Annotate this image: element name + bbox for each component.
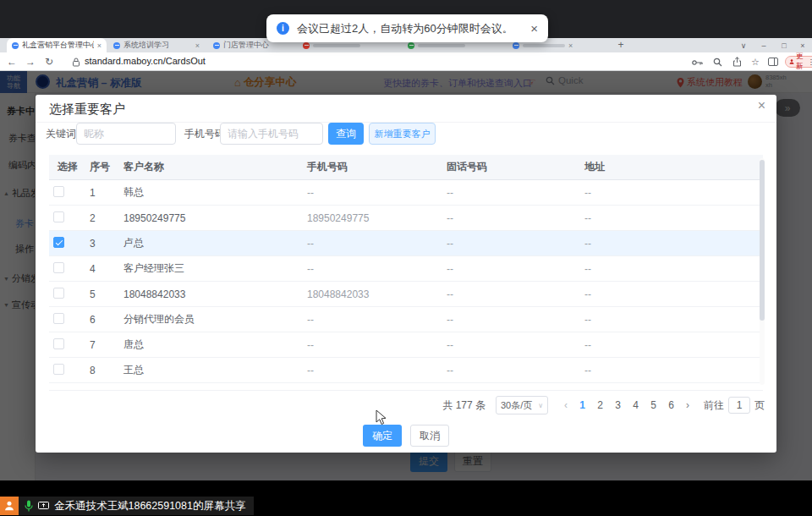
lock-icon xyxy=(73,58,80,67)
back-icon[interactable]: ← xyxy=(7,55,17,69)
cell-no: 5 xyxy=(81,288,115,300)
window-maximize-icon[interactable]: □ xyxy=(775,38,793,52)
url-text[interactable]: standard.maboy.cn/CardsOut xyxy=(85,56,206,66)
cell-no: 8 xyxy=(81,365,115,376)
cell-name: 18048842033 xyxy=(115,288,299,300)
cell-select[interactable] xyxy=(49,288,81,301)
share-text: 金禾通技术王斌18662591081的屏幕共享 xyxy=(54,499,245,513)
cell-address: -- xyxy=(576,187,763,199)
row-checkbox[interactable] xyxy=(53,186,64,197)
select-customer-dialog: 选择重要客户 × 关键词 手机号码 查询 新增重要客户 选择序号客户名称手机号码… xyxy=(36,95,776,453)
side-panel-icon[interactable] xyxy=(768,58,778,66)
row-checkbox[interactable] xyxy=(53,313,64,324)
browser-update-button[interactable]: 更新 ⋮ xyxy=(785,56,812,68)
info-icon: i xyxy=(277,22,289,35)
cancel-button[interactable]: 取消 xyxy=(410,425,449,447)
window-close-icon[interactable]: × xyxy=(793,38,812,52)
cell-select[interactable] xyxy=(49,313,81,327)
meeting-toast: i 会议已超过2人，自动转为60分钟限时会议。 × xyxy=(266,14,548,42)
prev-page-icon[interactable]: ‹ xyxy=(558,399,573,411)
table-row[interactable]: 1韩总------ xyxy=(49,180,763,206)
cell-select[interactable] xyxy=(49,211,81,225)
table-row[interactable]: 51804884203318048842033---- xyxy=(49,282,763,307)
scrollbar-thumb[interactable] xyxy=(760,160,765,321)
phone-input[interactable] xyxy=(220,123,323,145)
column-header: 固话号码 xyxy=(438,160,576,174)
page-number[interactable]: 6 xyxy=(662,399,680,411)
keyword-input[interactable] xyxy=(76,123,176,145)
cell-select[interactable] xyxy=(49,237,81,250)
cell-address: -- xyxy=(576,212,763,224)
cell-no: 2 xyxy=(81,212,115,224)
forward-icon[interactable]: → xyxy=(25,55,36,69)
cell-tel: -- xyxy=(438,238,576,250)
table-row[interactable]: 21895024977518950249775---- xyxy=(49,206,763,231)
confirm-button[interactable]: 确定 xyxy=(363,425,402,447)
page-size-select[interactable]: 30条/页 ∨ xyxy=(496,396,548,414)
table-row[interactable]: 6分销代理的会员------ xyxy=(49,307,763,332)
zoom-icon[interactable] xyxy=(713,58,722,67)
column-header: 序号 xyxy=(81,160,115,174)
cell-phone: -- xyxy=(299,314,438,326)
cell-select[interactable] xyxy=(49,364,81,377)
table-row[interactable]: 3卢总------ xyxy=(49,231,763,256)
cell-phone: -- xyxy=(299,187,438,199)
page-size-value: 30条/页 xyxy=(501,399,532,412)
window-minimize-icon[interactable]: – xyxy=(754,38,773,52)
cell-name: 分销代理的会员 xyxy=(115,312,299,327)
cell-name: 卢总 xyxy=(115,236,299,250)
row-checkbox[interactable] xyxy=(53,288,64,299)
total-count: 共 177 条 xyxy=(442,398,486,413)
tab-close-icon[interactable]: × xyxy=(97,41,102,50)
row-checkbox[interactable] xyxy=(53,364,64,375)
row-checkbox[interactable] xyxy=(53,338,64,349)
page-number[interactable]: 1 xyxy=(573,399,591,411)
dialog-close-icon[interactable]: × xyxy=(758,98,765,113)
row-checkbox[interactable] xyxy=(53,237,64,248)
cell-tel: -- xyxy=(438,187,576,199)
page-number[interactable]: 3 xyxy=(609,399,627,411)
table-row[interactable]: 8王总------ xyxy=(49,358,763,383)
table-scrollbar[interactable] xyxy=(760,158,765,385)
column-header: 客户名称 xyxy=(115,160,299,174)
next-page-icon[interactable]: › xyxy=(680,399,695,411)
search-button[interactable]: 查询 xyxy=(328,123,364,145)
profile-icon xyxy=(789,58,794,66)
microphone-icon xyxy=(25,500,33,512)
new-tab-button[interactable]: + xyxy=(614,38,628,52)
browser-menu-icon[interactable]: ⋮ xyxy=(808,58,812,66)
table-row[interactable]: 7唐总------ xyxy=(49,332,763,358)
cell-phone: -- xyxy=(299,263,438,275)
cell-name: 18950249775 xyxy=(115,212,299,224)
browser-tab-active[interactable]: 礼盒营销平台管理中心 × xyxy=(7,38,107,52)
tab-close-icon[interactable]: × xyxy=(568,41,573,50)
reload-icon[interactable]: ↻ xyxy=(45,55,53,69)
tab-close-icon[interactable]: × xyxy=(195,41,200,50)
dialog-footer: 确定 取消 xyxy=(36,425,776,447)
table-row[interactable]: 4客户经理张三------ xyxy=(49,256,763,282)
row-checkbox[interactable] xyxy=(53,262,64,273)
phone-label: 手机号码 xyxy=(184,123,225,145)
cell-name: 唐总 xyxy=(115,338,299,352)
share-icon[interactable] xyxy=(732,57,742,67)
cell-address: -- xyxy=(576,365,763,376)
toast-close-icon[interactable]: × xyxy=(530,22,538,35)
bookmark-star-icon[interactable]: ☆ xyxy=(751,55,760,69)
add-customer-button[interactable]: 新增重要客户 xyxy=(369,123,436,145)
cell-select[interactable] xyxy=(49,186,81,200)
page-number[interactable]: 4 xyxy=(627,399,645,411)
goto-page-input[interactable] xyxy=(728,397,750,414)
table-row-partial xyxy=(49,383,763,391)
cell-select[interactable] xyxy=(49,262,81,276)
cell-name: 王总 xyxy=(115,363,299,377)
window-menu-icon[interactable]: ∨ xyxy=(734,38,753,52)
key-icon[interactable] xyxy=(692,59,703,66)
page-number[interactable]: 2 xyxy=(591,399,609,411)
keyword-label: 关键词 xyxy=(46,123,76,145)
page-number[interactable]: 5 xyxy=(645,399,662,411)
screen-share-icon xyxy=(38,502,49,511)
cell-select[interactable] xyxy=(49,338,81,352)
tab-favicon-icon xyxy=(303,42,310,49)
row-checkbox[interactable] xyxy=(53,211,64,222)
browser-tab[interactable]: 系统培训学习 × xyxy=(108,38,205,52)
